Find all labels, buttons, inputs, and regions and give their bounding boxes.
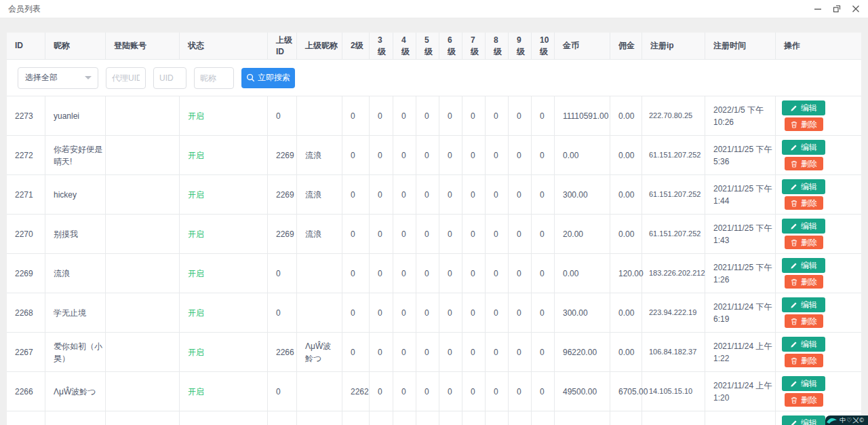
watermark-text: 中♡〤© (840, 416, 865, 425)
cell-register-ip: 61.151.207.252 (642, 136, 705, 174)
cell-level-3: 0 (370, 215, 393, 253)
cell-actions: 编辑 删除 (776, 372, 861, 411)
titlebar: 会员列表 (0, 0, 868, 18)
cell-level-4: 0 (393, 175, 416, 214)
edit-button[interactable]: 编辑 (782, 179, 825, 194)
trash-icon (791, 160, 797, 168)
search-button[interactable]: 立即搜索 (241, 68, 295, 88)
close-icon[interactable] (852, 5, 860, 13)
chevron-down-icon (85, 76, 92, 79)
cell-nickname: 别摸我 (45, 215, 106, 253)
cell-level-9: 0 (509, 136, 532, 174)
status-select[interactable]: 选择全部 (18, 67, 98, 89)
column-header: 注册时间 (705, 33, 776, 59)
cell-level-6: 0 (439, 372, 462, 411)
window-controls (814, 5, 860, 13)
trash-icon (791, 396, 797, 404)
edit-button[interactable]: 编辑 (782, 219, 825, 234)
cell-nickname: hickey (45, 175, 106, 214)
table-body: 2273 yuanlei 开启 0 0 0 0 0 0 0 0 0 0 1111… (7, 96, 861, 425)
restore-icon[interactable] (833, 5, 841, 13)
cell-nickname: 爱你如初（小昊） (45, 333, 106, 371)
cell-register-ip: 222.70.80.25 (642, 96, 705, 135)
edit-button[interactable]: 编辑 (782, 258, 825, 273)
column-header: 3级 (370, 33, 393, 59)
cell-register-time: 2021/11/25 下午 1:44 (705, 175, 776, 214)
cell-status: 开启 (180, 293, 268, 332)
column-header: 9级 (509, 33, 532, 59)
cell-id: 2267 (7, 333, 45, 371)
cell-register-time: 2021/11/24 上午 1:20 (705, 372, 776, 411)
table-row: 2267 爱你如初（小昊） 开启 2266 ΛμŴ波魿つ 0 0 0 0 0 0… (7, 333, 861, 372)
search-icon (246, 73, 255, 82)
pencil-icon (790, 105, 797, 112)
cell-level-4: 0 (393, 96, 416, 135)
delete-button[interactable]: 删除 (785, 314, 823, 328)
trash-icon (791, 121, 797, 128)
edit-button[interactable]: 编辑 (782, 376, 825, 391)
cell-level-10: 0 (532, 175, 555, 214)
edit-button-label: 编辑 (801, 419, 817, 425)
cell-level-10: 0 (532, 96, 555, 135)
delete-button-label: 删除 (801, 396, 817, 404)
cell-level-6: 0 (439, 96, 462, 135)
cell-login-account (106, 215, 180, 253)
cell-parent-id: 0 (268, 372, 297, 411)
cell-actions: 编辑 删除 (776, 293, 861, 332)
cell-status: 开启 (180, 333, 268, 371)
column-header: 6级 (439, 33, 462, 59)
minimize-icon[interactable] (814, 5, 822, 13)
column-header: 佣金 (610, 33, 642, 59)
window-title: 会员列表 (8, 3, 41, 15)
delete-button[interactable]: 删除 (785, 236, 823, 249)
cell-level-9: 0 (509, 175, 532, 214)
edit-button[interactable]: 编辑 (782, 415, 825, 425)
column-header: 7级 (462, 33, 486, 59)
cell-register-ip: 14.105.15.10 (642, 372, 705, 411)
nickname-input[interactable] (194, 67, 234, 89)
filter-row: 选择全部 立即搜索 (7, 60, 861, 96)
delete-button[interactable]: 删除 (785, 354, 823, 367)
cell-login-account (106, 333, 180, 371)
table-row: 编辑 删除 (7, 411, 861, 425)
cell-login-account (106, 175, 180, 214)
delete-button-label: 删除 (801, 238, 817, 246)
cell-level-10: 0 (532, 215, 555, 253)
cell-register-ip: 61.151.207.252 (642, 175, 705, 214)
column-header: 上级ID (268, 33, 297, 59)
search-button-label: 立即搜索 (258, 72, 290, 84)
edit-button[interactable]: 编辑 (782, 297, 825, 312)
cell-gold: 20.00 (555, 215, 610, 253)
cell-id: 2268 (7, 293, 45, 332)
cell-level-6 (439, 411, 462, 425)
cell-level-2: 0 (342, 96, 370, 135)
delete-button[interactable]: 删除 (785, 275, 823, 289)
cell-actions: 编辑 删除 (776, 175, 861, 214)
cell-actions: 编辑 删除 (776, 215, 861, 253)
cell-nickname: 学无止境 (45, 293, 106, 332)
edit-button[interactable]: 编辑 (782, 100, 825, 115)
delete-button[interactable]: 删除 (785, 393, 823, 407)
edit-button[interactable]: 编辑 (782, 140, 825, 155)
cell-status: 开启 (180, 372, 268, 411)
cell-id (7, 411, 45, 425)
cell-level-3: 0 (370, 96, 393, 135)
cell-level-9 (509, 411, 532, 425)
cell-level-6: 0 (439, 254, 462, 293)
uid-input[interactable] (153, 67, 186, 89)
cell-id: 2271 (7, 175, 45, 214)
cell-id: 2273 (7, 96, 45, 135)
delete-button[interactable]: 删除 (785, 157, 823, 170)
cell-parent-nickname (297, 293, 342, 332)
cell-commission: 0.00 (610, 175, 642, 214)
agent-uid-input[interactable] (106, 67, 146, 89)
cell-level-5: 0 (416, 293, 439, 332)
cell-level-8 (486, 411, 509, 425)
cell-actions: 编辑 删除 (776, 333, 861, 371)
edit-button[interactable]: 编辑 (782, 337, 825, 352)
column-header: 状态 (180, 33, 268, 59)
delete-button[interactable]: 删除 (785, 196, 823, 210)
cell-level-4: 0 (393, 293, 416, 332)
cell-level-2: 0 (342, 136, 370, 174)
delete-button[interactable]: 删除 (785, 117, 823, 131)
